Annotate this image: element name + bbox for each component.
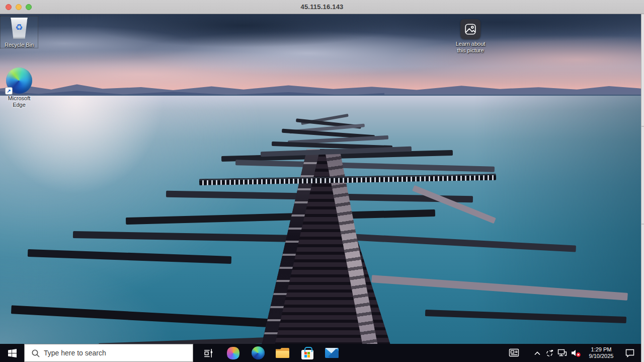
desktop-icon-label: Recycle Bin [5,42,34,48]
desktop-icon-microsoft-edge[interactable]: ↗ Microsoft Edge [0,67,38,108]
shortcut-arrow-icon: ↗ [5,87,13,95]
desktop-icon-label: Learn about [456,41,486,47]
clock-time: 1:29 PM [589,346,614,353]
copilot-button[interactable] [221,344,246,362]
copilot-icon [227,347,239,359]
clock-date: 9/10/2025 [589,353,614,359]
zoom-button[interactable] [26,4,32,10]
taskbar: 1:29 PM 9/10/2025 [0,344,641,362]
desktop-icon-recycle-bin[interactable]: ♻ Recycle Bin [0,16,38,48]
wallpaper-sky [0,14,641,96]
taskbar-search[interactable] [24,344,193,362]
windows-logo-icon [8,349,17,357]
close-button[interactable] [6,4,12,10]
news-and-interests-button[interactable] [504,344,524,362]
file-explorer-icon [276,348,289,358]
action-center-icon [625,348,635,357]
desktop-wallpaper [0,14,641,344]
desktop-icon-learn-about-picture[interactable]: Learn about this picture [451,19,490,54]
task-view-button[interactable] [196,344,221,362]
show-hidden-icons-button[interactable] [531,344,543,362]
file-explorer-button[interactable] [270,344,295,362]
network-button[interactable] [555,344,569,362]
taskbar-apps [196,344,344,362]
edge-icon: ↗ [6,67,32,94]
system-tray: 1:29 PM 9/10/2025 [504,344,641,362]
news-and-interests-icon [509,348,520,357]
desktop-icon-label: this picture [456,47,486,54]
action-center-button[interactable] [619,344,641,362]
start-button[interactable] [0,344,24,362]
tray-status-button[interactable] [543,344,555,362]
search-icon [31,349,40,358]
task-view-icon [203,348,214,358]
search-input[interactable] [25,344,193,361]
microsoft-store-icon [301,350,313,359]
minimize-button[interactable] [16,4,22,10]
chevron-up-icon [534,351,541,355]
taskbar-clock[interactable]: 1:29 PM 9/10/2025 [584,344,619,362]
network-ethernet-icon [557,349,567,357]
volume-muted-icon [571,348,582,357]
mail-button[interactable] [319,344,344,362]
desktop-icon-label: Edge [8,102,31,108]
tray-status-icon [545,349,554,357]
window-title: 45.115.16.143 [300,3,343,11]
microsoft-store-button[interactable] [295,344,319,362]
right-scrollbar-track[interactable] [641,14,644,362]
edge-icon [252,346,265,359]
volume-button[interactable] [569,344,584,362]
picture-icon [460,19,480,39]
recycle-bin-icon: ♻ [7,16,31,40]
desktop-icon-label: Microsoft [8,95,31,102]
mail-icon [325,348,339,358]
edge-button[interactable] [246,344,270,362]
macos-titlebar: 45.115.16.143 [0,0,644,14]
recycle-symbol-icon: ♻ [10,22,28,33]
